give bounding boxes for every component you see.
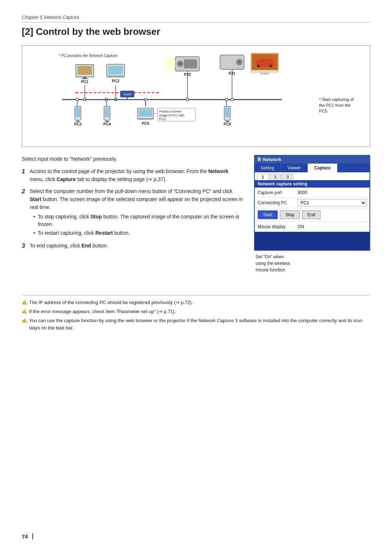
network-diagram: * PC provides the Network Capture. PC1 P… [22,45,370,147]
note-icon-2: ✍ [22,308,28,316]
capture-port-label: Capture port [258,190,298,195]
svg-text:image of PC1 with: image of PC1 with [159,114,184,117]
network-panel: ⎘ Network Setting Viewer Capture 1 2 3 N… [254,155,370,273]
step-2-bullets: To stop capturing, click Stop button. Th… [30,213,243,237]
svg-text:PC3: PC3 [74,122,81,126]
footer-note-3: ✍ You can use the capture function by us… [22,317,370,332]
content-text: Select input mode to "Network" previousl… [22,155,243,273]
step-2: 2 Select the computer number from the pu… [22,187,243,238]
svg-rect-51 [105,107,109,117]
tab-setting[interactable]: Setting [254,164,281,172]
panel-bottom-area [255,232,369,250]
panel-body: 1 2 3 Network capture setting Capture po… [254,172,370,251]
connecting-pc-select[interactable]: PC1 PC2 PC3 [298,199,367,206]
footer-note-2-text: If the error message appears, check item… [29,308,176,316]
tab-viewer[interactable]: Viewer [281,164,307,172]
capture-port-row: Capture port 9000 [255,188,369,198]
connecting-pc-label: Connecting PC [258,200,298,205]
step-2-bullet-1: To stop capturing, click Stop button. Th… [33,213,243,228]
svg-point-26 [269,65,272,67]
step-1: 1 Access to the control page of the proj… [22,167,243,184]
svg-rect-3 [78,66,92,75]
capture-port-value: 9000 [298,190,367,195]
svg-text:Swch: Swch [123,93,131,96]
svg-text:Screen: Screen [260,72,269,75]
footer-note-3-text: You can use the capture function by usin… [29,317,370,332]
svg-rect-14 [184,59,197,69]
footer-note-2: ✍ If the error message appears, check it… [22,308,370,316]
diagram-side-note: * Start capturing of the PC1 from the PC… [319,97,366,114]
svg-rect-9 [107,76,124,78]
svg-marker-15 [165,57,175,71]
step-2-number: 2 [22,187,28,196]
note-icon-3: ✍ [22,317,28,325]
svg-text:PC5: PC5 [142,122,149,126]
page-title: [2] Control by the web browser [22,26,370,37]
network-icon: ⎘ [258,156,261,162]
svg-rect-57 [139,109,152,117]
sub-tab-1[interactable]: 1 [257,174,269,180]
note-icon-1: ✍ [22,299,28,307]
panel-title: Network [263,157,281,162]
svg-point-73 [225,98,228,101]
stop-button[interactable]: Stop [280,210,300,219]
svg-rect-46 [76,121,79,122]
svg-rect-45 [75,107,80,117]
footer-note-1: ✍ The IP address of the connecting PC sh… [22,299,370,307]
svg-rect-69 [225,107,229,117]
step-3-text: To end capturing, click End button. [30,242,243,250]
svg-point-49 [76,98,79,101]
sub-tab-2[interactable]: 2 [269,174,281,180]
svg-rect-5 [81,78,88,79]
svg-point-13 [179,62,182,65]
svg-text:PC1: PC1 [81,80,88,84]
svg-rect-4 [83,77,86,78]
svg-rect-8 [108,66,123,75]
step-3: 3 To end capturing, click End button. [22,242,243,250]
svg-text:PC4: PC4 [103,122,111,126]
svg-point-37 [231,98,234,101]
panel-sub-tabs[interactable]: 1 2 3 [255,172,369,180]
svg-point-25 [257,65,260,67]
svg-text:PC6: PC6 [224,122,231,126]
step-1-number: 1 [22,167,28,176]
panel-titlebar: ⎘ Network [254,155,370,164]
start-button[interactable]: Start [258,210,278,219]
step-2-text: Select the computer number from the pull… [30,187,243,238]
panel-section-label: Network capture setting [255,180,369,188]
panel-buttons[interactable]: Start Stop End [255,208,369,222]
step-1-text: Access to the control page of the projec… [30,167,243,184]
tab-capture[interactable]: Capture [308,164,338,172]
svg-point-35 [186,98,189,101]
end-button[interactable]: End [302,210,320,219]
svg-rect-52 [105,121,109,122]
svg-text:Project a screen: Project a screen [159,110,182,113]
diagram-svg: * PC provides the Network Capture. PC1 P… [26,52,366,141]
svg-text:* PC provides the Network Capt: * PC provides the Network Capture. [59,54,119,58]
sub-tab-3[interactable]: 3 [282,174,293,180]
intro-text: Select input mode to "Network" previousl… [22,155,243,164]
mouse-display-row: Mouse display ON [255,222,369,232]
steps-list: 1 Access to the control page of the proj… [22,167,243,250]
step-2-bullet-2: To restart capturing, click Restart butt… [33,229,243,237]
chapter-header: Chapter 5 Network Capture [22,15,370,22]
svg-rect-58 [138,119,154,120]
connecting-pc-row[interactable]: Connecting PC PC1 PC2 PC3 [255,198,369,208]
svg-rect-70 [225,121,229,122]
svg-text:PC2: PC2 [112,79,119,83]
mouse-display-label: Mouse display [258,224,298,229]
panel-note: Set "On" when using the wireless mouse f… [254,254,370,273]
svg-point-19 [238,61,241,64]
panel-tabs[interactable]: Setting Viewer Capture [254,164,370,172]
mouse-display-value: ON [298,224,367,229]
page-number: 74 [22,533,33,539]
step-3-number: 3 [22,242,28,250]
footer-note-1-text: The IP address of the connecting PC shou… [29,299,193,307]
svg-text:PC2.: PC2. [159,117,166,121]
footer-notes: ✍ The IP address of the connecting PC sh… [22,295,370,332]
